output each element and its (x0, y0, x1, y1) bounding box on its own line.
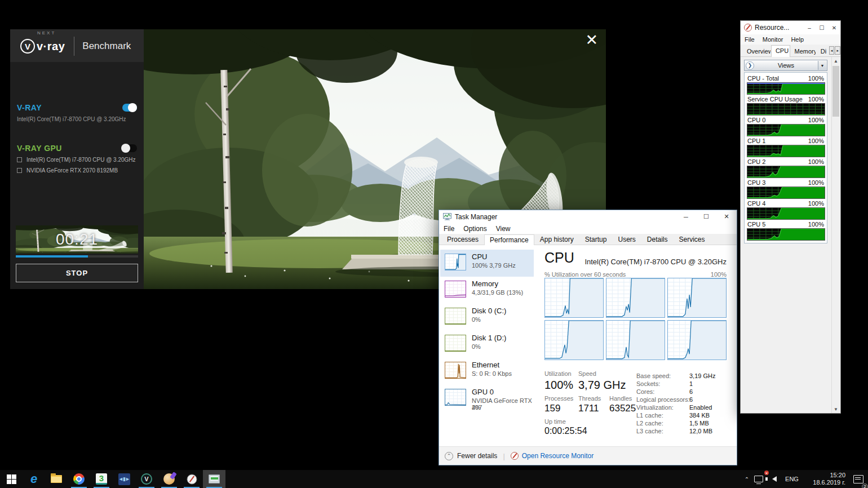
tab-disk[interactable]: Di (816, 46, 829, 56)
menu-options[interactable]: Options (459, 225, 491, 233)
cpu-core-graph (667, 278, 727, 318)
cpu-core-graph (544, 320, 604, 360)
clock[interactable]: 15:20 18.6.2019 г. (804, 470, 845, 488)
base-speed-value: 3,19 GHz (689, 372, 715, 379)
taskbar-item-paint-app[interactable] (158, 470, 180, 488)
chevron-up-icon[interactable]: ⌃ (445, 452, 453, 460)
fewer-details-button[interactable]: Fewer details (457, 452, 497, 460)
tab-users[interactable]: Users (612, 234, 641, 245)
memory-mini-graph (445, 281, 466, 298)
task-manager-titlebar[interactable]: Task Manager ─ ☐ ✕ (439, 210, 737, 223)
resource-monitor-icon (187, 474, 197, 485)
tab-scroll-left-button[interactable]: ◂ (829, 46, 835, 55)
graph-label: Service CPU Usage (747, 96, 803, 103)
taskbar-item-task-manager[interactable] (203, 470, 225, 488)
task-manager-menubar: File Options View (439, 223, 737, 234)
taskbar-item-file-explorer[interactable] (45, 470, 68, 488)
cpu-core-graph (544, 278, 604, 318)
cpu2-graph (747, 166, 825, 178)
taskbar-item-3ds-max[interactable]: 3 (90, 470, 113, 488)
tab-performance[interactable]: Performance (484, 234, 534, 245)
scroll-down-button[interactable]: ▼ (832, 405, 840, 413)
vray-cpu-device: Intel(R) Core(TM) i7-8700 CPU @ 3.20GHz (17, 116, 126, 122)
toggle-knob (128, 103, 137, 112)
checkbox[interactable] (17, 168, 22, 173)
cpu-core-graph (606, 278, 665, 318)
taskbar-item-vray[interactable]: V (135, 470, 158, 488)
tab-overview[interactable]: Overview (742, 46, 771, 56)
vray-cpu-toggle[interactable] (122, 104, 137, 112)
sidebar-item-disk0[interactable]: Disk 0 (C:) 0% (440, 304, 534, 331)
maximize-button[interactable]: ☐ (696, 210, 716, 223)
graph-max: 100% (808, 221, 824, 228)
resource-monitor-titlebar[interactable]: Resource... – ☐ ✕ (741, 21, 840, 34)
taskbar-item-resource-monitor[interactable] (180, 470, 203, 488)
minimize-button[interactable]: ─ (676, 210, 696, 223)
graph-label-row: CPU 5100% (747, 221, 824, 228)
tab-startup[interactable]: Startup (579, 234, 613, 245)
menu-file[interactable]: File (741, 36, 759, 43)
menu-view[interactable]: View (491, 225, 515, 233)
views-dropdown-arrow[interactable]: ▼ (818, 61, 826, 70)
menu-file[interactable]: File (439, 225, 459, 233)
expand-panel-button[interactable]: ❯ (746, 61, 754, 70)
stop-button[interactable]: STOP (16, 264, 138, 282)
sidebar-item-detail: 4,3/31,9 GB (13%) (472, 289, 523, 296)
open-resource-monitor-link[interactable]: Open Resource Monitor (522, 452, 594, 460)
tab-details[interactable]: Details (641, 234, 674, 245)
menu-monitor[interactable]: Monitor (759, 36, 787, 43)
graph-label: CPU 5 (747, 221, 765, 228)
tab-app-history[interactable]: App history (534, 234, 579, 245)
taskbar-item-vray-app[interactable]: ◄▮► (113, 470, 135, 488)
graph-max: 100% (808, 117, 824, 123)
close-button[interactable]: ✕ (828, 21, 840, 34)
tab-memory[interactable]: Memory (790, 46, 816, 56)
graph-label-row: CPU 4100% (747, 200, 824, 207)
network-icon[interactable] (754, 470, 763, 488)
graph-label-row: Service CPU Usage100% (747, 96, 824, 103)
scrollbar[interactable]: ▲ ▼ (831, 57, 839, 413)
graph-caption: % Utilization over 60 seconds (544, 271, 626, 278)
resource-monitor-tabbar: Overview CPU Memory Di ◂ ▸ (741, 45, 840, 57)
views-button[interactable]: Views (754, 62, 818, 69)
vray-product-name: Benchmark (82, 41, 131, 52)
taskbar-item-edge[interactable]: e (23, 470, 45, 488)
vray-header-divider (74, 37, 74, 56)
maximize-button[interactable]: ☐ (816, 21, 828, 34)
cpu3-graph (747, 187, 825, 199)
sidebar-item-cpu[interactable]: CPU 100% 3,79 GHz (440, 250, 534, 277)
vray-gpu-toggle[interactable] (122, 144, 137, 152)
speed-label: Speed (578, 370, 596, 377)
logical-processors-value: 6 (689, 396, 693, 403)
scroll-up-button[interactable]: ▲ (832, 57, 840, 65)
tab-scroll-right-button[interactable]: ▸ (835, 46, 840, 55)
tab-processes[interactable]: Processes (441, 234, 484, 245)
scrollbar-thumb[interactable] (832, 66, 839, 117)
start-button[interactable] (0, 470, 23, 488)
progress-fill (16, 255, 88, 258)
tab-services[interactable]: Services (674, 234, 711, 245)
volume-muted-icon[interactable]: ✕ (765, 470, 780, 488)
sidebar-item-ethernet[interactable]: Ethernet S: 0 R: 0 Kbps (440, 358, 534, 385)
vray-header: NEXT V v·ray Benchmark (10, 29, 144, 62)
window-title: Resource... (755, 24, 789, 32)
close-button[interactable]: ✕ (716, 210, 737, 223)
uptime-label: Up time (544, 418, 566, 425)
graph-label-row: CPU 0100% (747, 117, 824, 123)
language-indicator[interactable]: ENG (782, 470, 801, 488)
tray-expand-chevron[interactable]: ⌃ (742, 470, 752, 488)
checkbox[interactable] (17, 157, 22, 162)
graph-max: 100% (808, 75, 824, 82)
menu-help[interactable]: Help (787, 36, 808, 43)
action-center-button[interactable]: 2 (848, 470, 865, 488)
utilization-label: Utilization (544, 370, 572, 377)
taskbar-item-chrome[interactable] (68, 470, 90, 488)
sidebar-item-gpu0[interactable]: GPU 0 NVIDIA GeForce RTX 207 4% (440, 385, 534, 416)
close-icon[interactable]: ✕ (585, 33, 598, 48)
sidebar-item-disk1[interactable]: Disk 1 (D:) 0% (440, 331, 534, 358)
minimize-button[interactable]: – (803, 21, 816, 34)
file-explorer-icon (51, 475, 62, 483)
toggle-knob (121, 144, 130, 153)
tab-cpu[interactable]: CPU (771, 45, 790, 57)
sidebar-item-memory[interactable]: Memory 4,3/31,9 GB (13%) (440, 277, 534, 304)
